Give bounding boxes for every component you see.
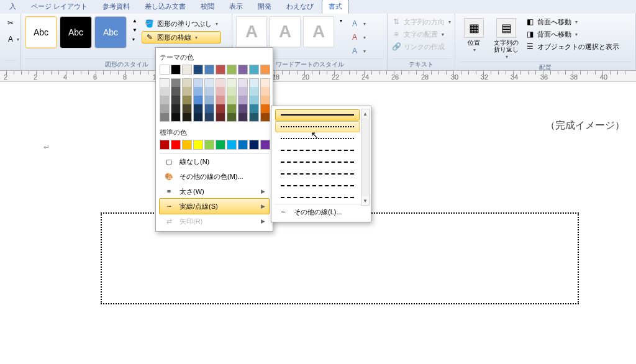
scroll-down-icon[interactable]: ▼ bbox=[361, 196, 369, 205]
color-swatch[interactable] bbox=[171, 65, 181, 75]
color-swatch[interactable] bbox=[182, 87, 192, 96]
scroll-up-icon[interactable]: ▲ bbox=[361, 109, 369, 118]
tab-waenabi[interactable]: わえなび bbox=[279, 0, 320, 14]
dash-style-option[interactable] bbox=[275, 109, 360, 121]
color-swatch[interactable] bbox=[227, 140, 237, 150]
bring-forward-button[interactable]: ◧前面へ移動▾ bbox=[524, 16, 620, 27]
color-swatch[interactable] bbox=[227, 78, 237, 87]
color-swatch[interactable] bbox=[238, 65, 248, 75]
color-swatch[interactable] bbox=[249, 96, 259, 104]
color-swatch[interactable] bbox=[227, 65, 237, 75]
tab-view[interactable]: 表示 bbox=[222, 0, 250, 14]
color-swatch[interactable] bbox=[182, 104, 192, 113]
color-swatch[interactable] bbox=[171, 113, 181, 122]
color-swatch[interactable] bbox=[193, 65, 203, 75]
color-swatch[interactable] bbox=[227, 104, 237, 113]
color-swatch[interactable] bbox=[193, 78, 203, 87]
shape-outline-button[interactable]: ✎ 図形の枠線 ▾ bbox=[142, 31, 221, 43]
color-swatch[interactable] bbox=[216, 104, 225, 113]
shape-style-preset-3[interactable]: Abc bbox=[94, 16, 127, 48]
color-swatch[interactable] bbox=[227, 96, 237, 104]
color-swatch[interactable] bbox=[204, 140, 214, 150]
tab-insert-partial[interactable]: 入 bbox=[2, 0, 23, 14]
color-swatch[interactable] bbox=[260, 65, 270, 75]
arrows-submenu-item[interactable]: ⇄ 矢印(R) ▶ bbox=[160, 214, 269, 229]
color-swatch[interactable] bbox=[204, 78, 214, 87]
color-swatch[interactable] bbox=[171, 87, 181, 96]
color-swatch[interactable] bbox=[216, 87, 225, 96]
color-swatch[interactable] bbox=[260, 140, 270, 150]
dash-style-option[interactable] bbox=[275, 133, 360, 144]
color-swatch[interactable] bbox=[204, 65, 214, 75]
color-swatch[interactable] bbox=[160, 78, 170, 87]
color-swatch[interactable] bbox=[204, 104, 214, 113]
no-line-item[interactable]: ▢ 線なし(N) bbox=[160, 154, 269, 169]
color-swatch[interactable] bbox=[238, 140, 248, 150]
text-align-button[interactable]: ≡文字の配置▾ bbox=[391, 29, 451, 40]
wordart-gallery-more[interactable]: ▾ bbox=[338, 16, 344, 25]
color-swatch[interactable] bbox=[238, 78, 248, 87]
color-swatch[interactable] bbox=[160, 140, 170, 150]
color-swatch[interactable] bbox=[216, 65, 225, 75]
color-swatch[interactable] bbox=[260, 87, 270, 96]
color-swatch[interactable] bbox=[260, 78, 270, 87]
wordart-preset-2[interactable]: A bbox=[270, 16, 301, 47]
color-swatch[interactable] bbox=[160, 87, 170, 96]
selection-pane-button[interactable]: ☰オブジェクトの選択と表示 bbox=[524, 41, 620, 52]
color-swatch[interactable] bbox=[193, 140, 203, 150]
color-swatch[interactable] bbox=[182, 78, 192, 87]
color-swatch[interactable] bbox=[204, 113, 214, 122]
color-swatch[interactable] bbox=[238, 104, 248, 113]
text-effects-button[interactable]: A▾ bbox=[347, 45, 369, 57]
tab-developer[interactable]: 開発 bbox=[251, 0, 278, 14]
color-swatch[interactable] bbox=[249, 65, 259, 75]
dash-style-option[interactable] bbox=[275, 121, 360, 132]
color-swatch[interactable] bbox=[216, 78, 225, 87]
color-swatch[interactable] bbox=[171, 78, 181, 87]
flyout-scrollbar[interactable]: ▲ ▼ bbox=[361, 109, 370, 206]
color-swatch[interactable] bbox=[171, 104, 181, 113]
tab-format[interactable]: 書式 bbox=[322, 0, 349, 14]
dash-style-option[interactable] bbox=[275, 145, 360, 156]
color-swatch[interactable] bbox=[216, 113, 225, 122]
send-backward-button[interactable]: ◨背面へ移動▾ bbox=[524, 29, 620, 40]
shape-style-preset-1[interactable]: Abc bbox=[25, 16, 57, 48]
color-swatch[interactable] bbox=[249, 113, 259, 122]
dash-style-option[interactable] bbox=[275, 168, 360, 180]
tab-references[interactable]: 参考資料 bbox=[96, 0, 137, 14]
color-swatch[interactable] bbox=[260, 113, 270, 122]
position-button[interactable]: ▦ 位置 ▾ bbox=[459, 16, 489, 55]
color-swatch[interactable] bbox=[204, 87, 214, 96]
color-swatch[interactable] bbox=[249, 140, 259, 150]
color-swatch[interactable] bbox=[238, 87, 248, 96]
more-outline-colors-item[interactable]: 🎨 その他の線の色(M)... bbox=[160, 169, 269, 184]
color-swatch[interactable] bbox=[193, 87, 203, 96]
color-swatch[interactable] bbox=[238, 113, 248, 122]
text-box-button[interactable]: A▾ bbox=[4, 32, 21, 46]
color-swatch[interactable] bbox=[182, 96, 192, 104]
tab-page-layout[interactable]: ページ レイアウト bbox=[24, 0, 94, 14]
shape-fill-button[interactable]: 🪣 図形の塗りつぶし ▾ bbox=[142, 17, 221, 30]
more-lines-item[interactable]: ┄ その他の線(L)... bbox=[274, 204, 368, 219]
text-fill-button[interactable]: A▾ bbox=[347, 17, 369, 30]
color-swatch[interactable] bbox=[193, 113, 203, 122]
wordart-preset-1[interactable]: A bbox=[236, 16, 267, 47]
create-link-button[interactable]: 🔗リンクの作成 bbox=[391, 41, 451, 52]
dash-style-option[interactable] bbox=[275, 192, 360, 203]
color-swatch[interactable] bbox=[227, 87, 237, 96]
color-swatch[interactable] bbox=[216, 140, 225, 150]
wordart-preset-3[interactable]: A bbox=[303, 16, 334, 47]
color-swatch[interactable] bbox=[249, 87, 259, 96]
color-swatch[interactable] bbox=[260, 96, 270, 104]
weight-submenu-item[interactable]: ≡ 太さ(W) ▶ bbox=[160, 184, 269, 199]
color-swatch[interactable] bbox=[171, 96, 181, 104]
color-swatch[interactable] bbox=[193, 96, 203, 104]
color-swatch[interactable] bbox=[160, 113, 170, 122]
color-swatch[interactable] bbox=[249, 104, 259, 113]
color-swatch[interactable] bbox=[227, 113, 237, 122]
text-direction-button[interactable]: ⇅文字列の方向▾ bbox=[391, 16, 451, 27]
shape-style-gallery-more[interactable]: ▾ bbox=[130, 35, 139, 44]
color-swatch[interactable] bbox=[238, 96, 248, 104]
tab-review[interactable]: 校閲 bbox=[194, 0, 221, 14]
edit-shape-button[interactable]: ✂ bbox=[4, 16, 17, 30]
